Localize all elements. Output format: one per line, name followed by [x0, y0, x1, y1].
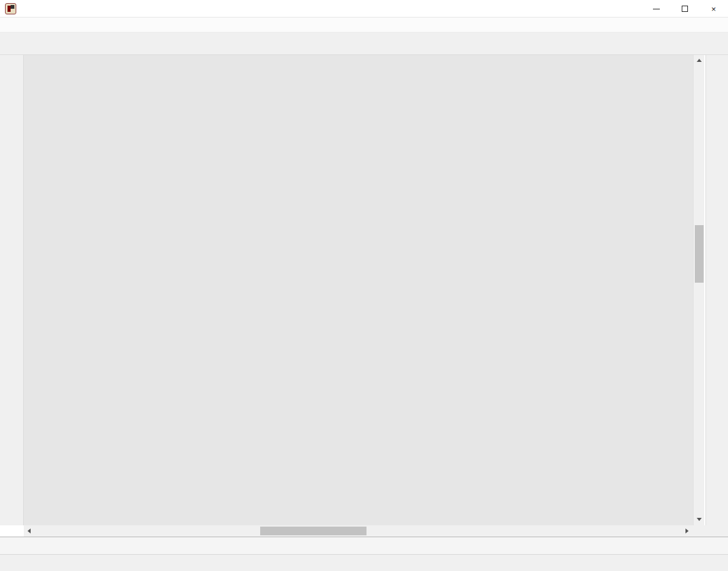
kicad-app-icon — [5, 3, 16, 14]
scroll-left-arrow[interactable] — [28, 528, 31, 533]
status-bar — [0, 554, 728, 571]
menu-bar — [0, 18, 728, 33]
schematic-editor-window: × — [0, 0, 728, 571]
scroll-up-arrow[interactable] — [697, 59, 702, 62]
minimize-icon — [653, 9, 660, 9]
top-toolbar — [0, 33, 728, 55]
horizontal-scroll-thumb[interactable] — [260, 527, 367, 535]
maximize-icon — [682, 6, 688, 12]
maximize-button[interactable] — [670, 0, 699, 18]
canvas-area[interactable] — [24, 55, 693, 525]
scroll-right-arrow[interactable] — [685, 528, 689, 533]
scroll-down-arrow[interactable] — [697, 518, 702, 521]
horizontal-scrollbar[interactable] — [24, 525, 693, 537]
vertical-scrollbar[interactable] — [693, 55, 704, 525]
left-toolbar — [0, 55, 24, 525]
close-icon: × — [711, 4, 716, 14]
message-strip — [0, 537, 728, 554]
main-area — [0, 55, 728, 525]
title-bar: × — [0, 0, 728, 18]
vertical-scroll-thumb[interactable] — [695, 225, 704, 283]
window-controls: × — [642, 0, 728, 18]
right-toolbar — [705, 55, 728, 525]
schematic-canvas[interactable] — [24, 55, 693, 525]
close-button[interactable]: × — [699, 0, 728, 18]
minimize-button[interactable] — [642, 0, 670, 18]
scrollbar-corner — [693, 525, 728, 537]
